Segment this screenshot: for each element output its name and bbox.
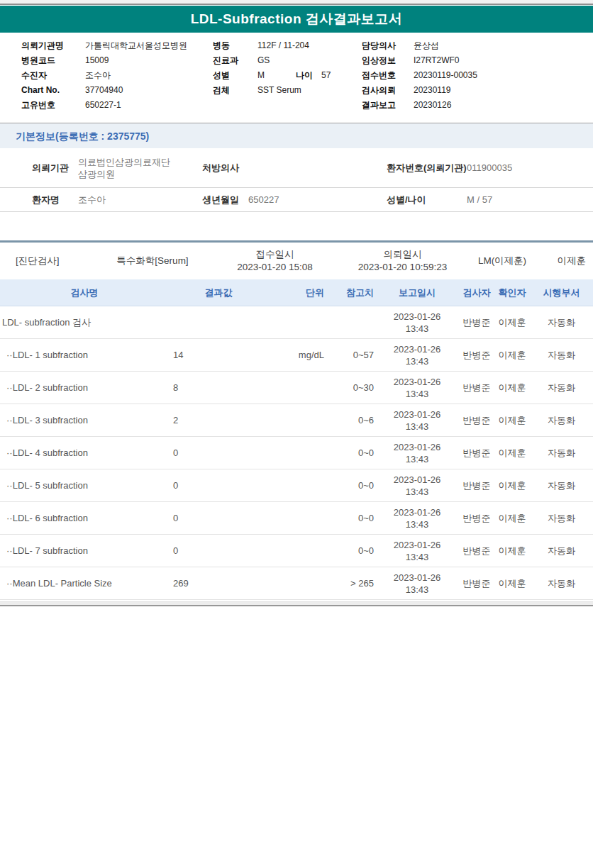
confirmer: 이제훈 xyxy=(494,316,530,329)
info-label: 검사의뢰 xyxy=(362,83,414,98)
tester: 반병준 xyxy=(459,382,494,394)
info-label: 의뢰기관명 xyxy=(21,38,85,53)
performing-dept: 자동화 xyxy=(530,316,593,329)
confirmer: 이제훈 xyxy=(494,349,530,362)
basic-info-label: 생년월일 xyxy=(202,194,248,206)
report-date: 2023-01-26 xyxy=(375,474,459,486)
performing-dept: 자동화 xyxy=(530,512,593,525)
test-name: ··LDL- 2 subfraction xyxy=(0,382,169,393)
info-row: 의뢰기관명 가톨릭대학교서울성모병원 xyxy=(21,38,213,53)
tester: 반병준 xyxy=(459,316,494,329)
info-value: 20230119 xyxy=(414,83,451,98)
performing-dept: 자동화 xyxy=(530,349,593,362)
unit: mg/dL xyxy=(268,350,328,360)
info-value: 조수아 xyxy=(85,68,111,83)
reference-range: 0~30 xyxy=(328,382,375,393)
info-label: 병동 xyxy=(213,38,257,53)
info-label: 수진자 xyxy=(21,68,85,83)
receipt-label: 접수일시 xyxy=(209,248,340,261)
info-label: 담당의사 xyxy=(362,38,414,53)
basic-info-value: 650227 xyxy=(248,194,387,206)
info-value: SST Serum xyxy=(257,83,301,98)
basic-info-row: 의뢰기관 의료법인삼광의료재단 삼광의원 처방의사 환자번호(의뢰기관) 011… xyxy=(0,148,593,188)
info-row: 병원코드 15009 xyxy=(21,53,213,68)
patient-info-panel: 의뢰기관명 가톨릭대학교서울성모병원 병원코드 15009 수진자 조수아 Ch… xyxy=(0,33,593,119)
info-row: Chart No. 37704940 xyxy=(21,83,213,98)
reference-range: 0~0 xyxy=(328,513,375,523)
report-time: 13:43 xyxy=(375,388,459,400)
basic-info-table: 의뢰기관 의료법인삼광의료재단 삼광의원 처방의사 환자번호(의뢰기관) 011… xyxy=(0,148,593,212)
report-datetime: 2023-01-26 13:43 xyxy=(375,311,459,335)
col-header-performing-dept: 시행부서 xyxy=(530,286,593,299)
info-row: 검체 SST Serum xyxy=(213,83,362,98)
info-row: 검사의뢰 20230119 xyxy=(362,83,593,98)
reference-range: 0~0 xyxy=(328,545,375,556)
info-row: 진료과 GS xyxy=(213,53,362,68)
tester: 반병준 xyxy=(459,349,494,362)
report-datetime: 2023-01-26 13:43 xyxy=(375,539,459,563)
bottom-divider-bar xyxy=(0,601,593,606)
request-value: 2023-01-20 10:59:23 xyxy=(340,261,465,274)
info-value: I27RT2WF0 xyxy=(414,53,459,68)
info-value: 가톨릭대학교서울성모병원 xyxy=(85,38,187,53)
report-datetime: 2023-01-26 13:43 xyxy=(375,441,459,465)
result-value: 269 xyxy=(169,578,268,589)
info-label: 나이 xyxy=(296,68,321,83)
confirmer: 이제훈 xyxy=(494,479,530,492)
result-value: 14 xyxy=(169,350,268,360)
info-label: 결과보고 xyxy=(362,98,414,113)
results-table-body: LDL- subfraction 검사 2023-01-26 13:43 반병준… xyxy=(0,306,593,600)
test-name: LDL- subfraction 검사 xyxy=(0,316,169,329)
info-value: 20230119-00035 xyxy=(414,68,477,83)
info-value: GS xyxy=(257,53,270,68)
reference-range: 0~0 xyxy=(328,447,375,458)
col-header-unit: 단위 xyxy=(268,286,328,299)
report-datetime: 2023-01-26 13:43 xyxy=(375,474,459,498)
reference-range: 0~57 xyxy=(328,350,375,360)
info-label: 검체 xyxy=(213,83,257,98)
basic-info-row: 환자명 조수아 생년월일 650227 성별/나이 M / 57 xyxy=(0,188,593,212)
confirmer: 이제훈 xyxy=(494,577,530,590)
result-value: 0 xyxy=(169,513,268,523)
exam-department: [진단검사] xyxy=(0,255,96,267)
report-date: 2023-01-26 xyxy=(375,408,459,421)
result-value: 2 xyxy=(169,415,268,425)
report-date: 2023-01-26 xyxy=(375,572,459,584)
tester: 반병준 xyxy=(459,479,494,492)
results-table-header: 검사명 결과값 단위 참고치 보고일시 검사자 확인자 시행부서 xyxy=(0,279,593,306)
info-label: 임상정보 xyxy=(362,53,414,68)
info-label: 병원코드 xyxy=(21,53,85,68)
request-label: 의뢰일시 xyxy=(340,248,465,261)
report-date: 2023-01-26 xyxy=(375,376,459,388)
info-value: 15009 xyxy=(85,53,109,68)
confirmer: 이제훈 xyxy=(494,512,530,525)
tester: 반병준 xyxy=(459,512,494,525)
report-date: 2023-01-26 xyxy=(375,506,459,518)
info-row: 병동 112F / 11-204 xyxy=(213,38,362,53)
info-value: 57 xyxy=(321,68,331,83)
info-value: 650227-1 xyxy=(85,98,121,113)
info-label: 성별 xyxy=(213,68,257,83)
col-header-test-name: 검사명 xyxy=(0,286,169,299)
exam-category: 특수화학[Serum] xyxy=(96,255,209,267)
request-datetime: 의뢰일시 2023-01-20 10:59:23 xyxy=(340,248,465,274)
col-header-reference: 참고치 xyxy=(328,286,375,299)
performing-dept: 자동화 xyxy=(530,414,593,427)
info-value: 윤상섭 xyxy=(414,38,439,53)
report-datetime: 2023-01-26 13:43 xyxy=(375,506,459,530)
tester: 반병준 xyxy=(459,414,494,427)
tester: 반병준 xyxy=(459,545,494,557)
test-name: ··LDL- 1 subfraction xyxy=(0,350,169,360)
confirmer: 이제훈 xyxy=(494,382,530,394)
info-value: 37704940 xyxy=(85,83,123,98)
result-row: ··LDL- 7 subfraction 0 0~0 2023-01-26 13… xyxy=(0,535,593,567)
report-time: 13:43 xyxy=(375,323,459,335)
result-value: 0 xyxy=(169,480,268,491)
basic-info-value: M / 57 xyxy=(467,194,593,206)
info-row: 수진자 조수아 xyxy=(21,68,213,83)
report-time: 13:43 xyxy=(375,518,459,530)
info-row: 접수번호 20230119-00035 xyxy=(362,68,593,83)
basic-info-label: 환자명 xyxy=(32,194,78,206)
info-label: 진료과 xyxy=(213,53,257,68)
report-time: 13:43 xyxy=(375,584,459,596)
